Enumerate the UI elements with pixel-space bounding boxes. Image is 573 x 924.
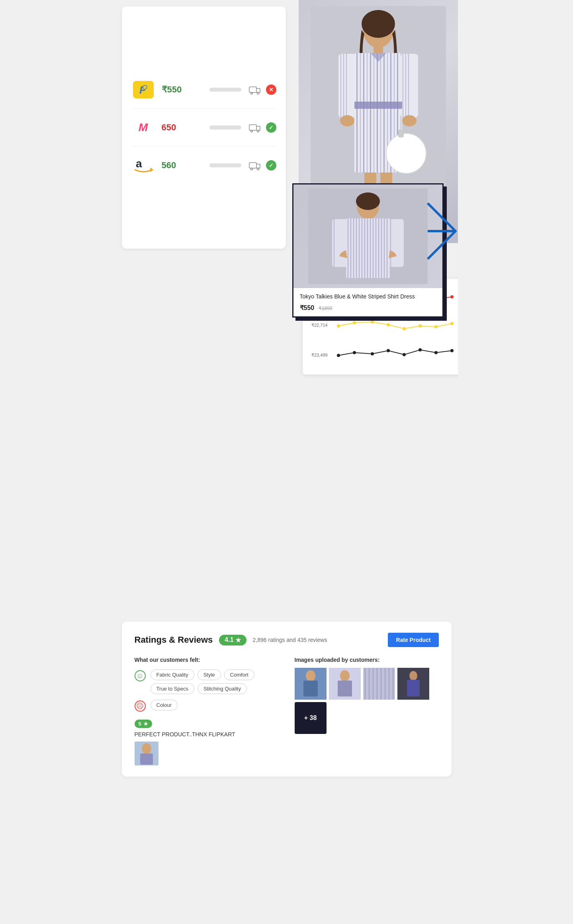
review-item: 5 ★ PERFECT PRODUCT..THNX FLIPKART	[135, 720, 279, 765]
svg-point-11	[250, 168, 252, 170]
svg-point-2	[143, 85, 147, 89]
price-comparison-card: F ₹550 ✕	[122, 6, 286, 249]
ratings-count: 2,896 ratings and 435 reviews	[253, 637, 327, 643]
svg-rect-55	[359, 218, 360, 278]
tag-style: Style	[198, 669, 221, 680]
review-text: PERFECT PRODUCT..THNX FLIPKART	[135, 731, 279, 738]
store-row-amazon: a 560 ✓	[131, 147, 276, 184]
svg-rect-21	[367, 53, 368, 173]
tag-stitching-quality: Stitching Quality	[198, 683, 247, 694]
svg-rect-117	[407, 680, 420, 696]
svg-rect-24	[377, 53, 378, 173]
svg-point-45	[386, 133, 426, 173]
customer-image-4[interactable]	[397, 668, 429, 700]
svg-point-116	[409, 671, 417, 681]
svg-rect-56	[362, 218, 362, 278]
svg-rect-102	[303, 681, 318, 696]
svg-rect-18	[356, 53, 358, 173]
flipkart-logo: F	[131, 80, 155, 100]
tag-comfort: Comfort	[224, 669, 254, 680]
svg-point-94	[419, 348, 422, 351]
top-cards-row: F ₹550 ✕	[115, 0, 458, 255]
svg-rect-69	[390, 219, 391, 267]
svg-point-88	[450, 322, 454, 325]
customer-images-section: Images uploaded by customers:	[295, 657, 439, 765]
customer-image-3[interactable]	[363, 668, 395, 700]
product-price: ₹550 ₹1899	[300, 304, 436, 312]
svg-point-85	[403, 327, 406, 330]
store-row-myntra: M 650 ✓	[131, 109, 276, 147]
svg-rect-105	[338, 681, 352, 696]
svg-point-82	[353, 321, 356, 324]
svg-point-87	[434, 325, 438, 328]
svg-rect-53	[353, 218, 354, 278]
ratings-section: Ratings & Reviews 4.1 ★ 2,896 ratings an…	[122, 622, 452, 777]
svg-rect-57	[364, 218, 365, 278]
bottom-section: Ratings & Reviews 4.1 ★ 2,896 ratings an…	[115, 622, 458, 777]
customer-images-grid: + 38	[295, 668, 439, 734]
two-col-layout: What our customers felt: ☺ Fabric Qualit…	[135, 657, 439, 765]
svg-point-41	[340, 115, 354, 126]
rate-product-button[interactable]: Rate Product	[388, 633, 438, 647]
svg-point-49	[356, 192, 380, 210]
svg-point-96	[450, 349, 454, 352]
svg-point-12	[257, 168, 259, 170]
svg-rect-26	[383, 53, 385, 173]
svg-rect-106	[363, 668, 395, 700]
svg-point-91	[371, 352, 374, 355]
amazon-logo: a	[131, 155, 155, 175]
svg-rect-46	[398, 129, 404, 137]
svg-point-89	[337, 354, 340, 357]
svg-rect-39	[408, 54, 409, 118]
myntra-status: ✓	[266, 122, 276, 133]
myntra-price: 650	[162, 122, 203, 133]
svg-point-90	[353, 351, 356, 354]
svg-rect-63	[381, 218, 382, 278]
amazon-price: 560	[162, 160, 203, 171]
sentiment-label: What our customers felt:	[135, 657, 279, 663]
rating-score: 4.1	[225, 636, 233, 643]
svg-rect-54	[356, 218, 357, 278]
svg-rect-23	[374, 53, 374, 173]
svg-rect-60	[373, 218, 374, 278]
svg-point-98	[142, 743, 151, 754]
review-badge: 5 ★	[135, 720, 152, 728]
svg-text:₹23,499: ₹23,499	[311, 353, 328, 357]
svg-text:₹22,714: ₹22,714	[311, 323, 328, 328]
discounted-price: ₹550	[300, 304, 315, 311]
svg-rect-52	[350, 218, 351, 278]
sentiment-section: What our customers felt: ☺ Fabric Qualit…	[135, 657, 279, 765]
ratings-title: Ratings & Reviews	[135, 635, 213, 645]
negative-icon: ☹	[135, 700, 146, 712]
svg-rect-3	[249, 87, 256, 92]
svg-rect-34	[340, 54, 341, 118]
customer-image-2[interactable]	[329, 668, 361, 700]
negative-sentiment-row: ☹ Colour	[135, 700, 279, 712]
blue-arrow	[424, 199, 458, 279]
customer-image-1[interactable]	[295, 668, 327, 700]
product-listing-card: Tokyo Talkies Blue & White Striped Shirt…	[292, 183, 444, 318]
positive-icon: ☺	[135, 670, 146, 681]
svg-rect-6	[249, 125, 256, 130]
review-rating: 5	[139, 721, 141, 727]
amazon-price-bar	[209, 163, 241, 167]
svg-rect-38	[405, 54, 406, 118]
svg-point-7	[250, 130, 252, 132]
svg-rect-64	[384, 218, 385, 278]
product-thumbnail	[293, 184, 442, 288]
myntra-price-bar	[209, 126, 241, 129]
svg-rect-35	[343, 54, 344, 118]
svg-point-8	[257, 130, 259, 132]
product-name: Tokyo Talkies Blue & White Striped Shirt…	[300, 293, 436, 301]
delivery-icon-flipkart	[248, 82, 262, 97]
svg-point-5	[257, 92, 259, 94]
more-images-count[interactable]: + 38	[295, 702, 327, 734]
svg-rect-36	[346, 54, 347, 118]
amazon-status: ✓	[266, 160, 276, 171]
rating-badge: 4.1 ★	[219, 635, 246, 645]
svg-point-80	[450, 295, 454, 298]
product-image-area: Tokyo Talkies Blue & White Striped Shirt…	[292, 0, 458, 255]
svg-point-95	[434, 351, 438, 354]
tag-true-to-specs: True to Specs	[151, 683, 194, 694]
svg-point-4	[250, 92, 252, 94]
